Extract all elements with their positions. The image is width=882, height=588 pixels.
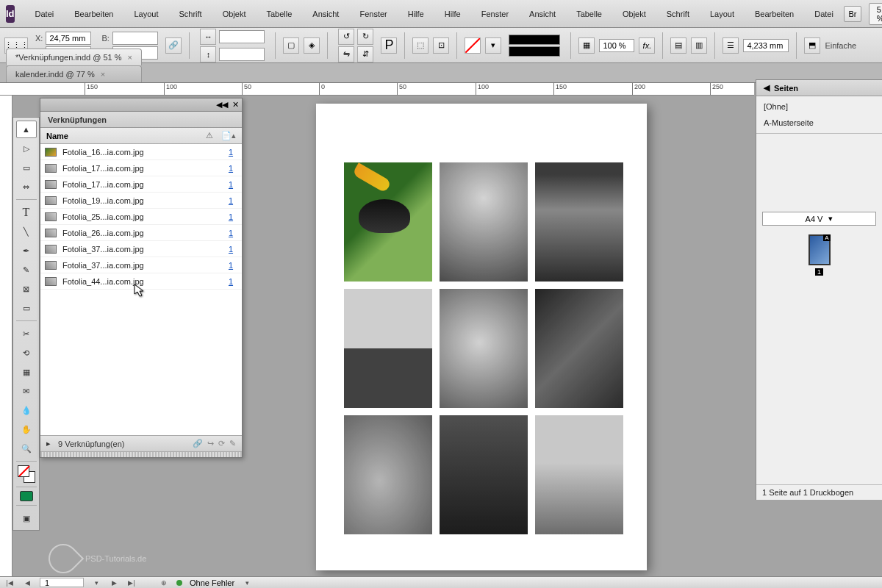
relink-icon[interactable]: 🔗 (193, 439, 203, 448)
text-wrap-1[interactable]: ▤ (670, 37, 686, 54)
link-row[interactable]: Fotolia_17...ia.com.jpg1 (40, 160, 242, 176)
zoom-tool[interactable]: 🔍 (16, 440, 37, 457)
placed-image[interactable] (535, 162, 623, 282)
stroke-weight-input[interactable]: 4,233 mm (743, 39, 789, 52)
links-list[interactable]: Fotolia_16...ia.com.jpg1Fotolia_17...ia.… (40, 144, 242, 435)
panel-tab[interactable]: Verknüpfungen (40, 112, 242, 128)
col-name-header[interactable]: Name (46, 132, 198, 140)
link-page[interactable]: 1 (224, 261, 237, 270)
master-none[interactable]: [Ohne] (764, 102, 875, 111)
placed-image[interactable] (344, 162, 432, 282)
opacity-input[interactable]: 100 % (599, 39, 634, 52)
bridge-button[interactable]: Br (844, 6, 861, 22)
menu-item-objekt[interactable]: Objekt (212, 5, 257, 23)
stroke-style[interactable] (509, 35, 560, 45)
menu-item-fenster[interactable]: Fenster (349, 5, 397, 23)
first-page-button[interactable]: |◀ (4, 578, 15, 587)
next-page-button[interactable]: ▶ (109, 578, 119, 587)
link-page[interactable]: 1 (224, 245, 237, 254)
free-transform-tool[interactable]: ⟲ (16, 344, 37, 362)
link-row[interactable]: Fotolia_26...ia.com.jpg1 (40, 225, 242, 241)
panel-header[interactable]: ◀◀✕ (40, 98, 242, 112)
page-tool[interactable]: ▭ (16, 159, 37, 176)
placed-image[interactable] (344, 415, 432, 534)
goto-link-icon[interactable]: ↪ (207, 439, 214, 448)
scale-x-input[interactable] (219, 30, 265, 43)
menu-item-schrift[interactable]: Schrift (656, 5, 700, 23)
flip-h-icon[interactable]: ⇋ (338, 46, 354, 62)
link-row[interactable]: Fotolia_25...ia.com.jpg1 (40, 209, 242, 225)
container-icon[interactable]: ▢ (283, 37, 299, 54)
fill-stroke-swatch[interactable] (18, 465, 35, 483)
preflight-status[interactable]: Ohne Fehler (190, 578, 234, 587)
rectangle-frame-tool[interactable]: ⊠ (16, 280, 37, 298)
placed-image[interactable] (440, 289, 528, 408)
zoom-level[interactable]: 51 %▾ (869, 3, 882, 25)
document-tab[interactable]: *Verknüpfungen.indd @ 51 %× (6, 49, 142, 65)
page-dropdown[interactable]: ▾ (91, 578, 101, 587)
page-thumbnail[interactable]: A (808, 234, 831, 265)
link-row[interactable]: Fotolia_16...ia.com.jpg1 (40, 144, 242, 160)
pen-tool[interactable]: ✒ (16, 242, 37, 259)
effects-icon[interactable]: fx. (639, 37, 655, 54)
direct-selection-tool[interactable]: ▷ (16, 140, 37, 157)
menu-item-bearbeiten[interactable]: Bearbeiten (64, 5, 123, 23)
corner-icon[interactable]: ⬒ (804, 37, 820, 54)
menu-item-hilfe[interactable]: Hilfe (434, 5, 471, 23)
collapse-icon[interactable]: ◀◀ (216, 100, 228, 110)
placed-image[interactable] (344, 289, 432, 408)
gap-tool[interactable]: ⇔ (16, 178, 37, 196)
pencil-tool[interactable]: ✎ (16, 261, 37, 279)
expand-icon[interactable]: ▸ (46, 439, 51, 448)
close-icon[interactable]: ✕ (232, 100, 239, 110)
link-page[interactable]: 1 (224, 212, 237, 221)
rotate-ccw-icon[interactable]: ↺ (338, 29, 354, 45)
menu-item-fenster[interactable]: Fenster (471, 5, 519, 23)
link-page[interactable]: 1 (224, 148, 237, 157)
link-page[interactable]: 1 (224, 164, 237, 173)
link-row[interactable]: Fotolia_37...ia.com.jpg1 (40, 257, 242, 273)
page-size-select[interactable]: A4 V▾ (762, 212, 876, 226)
w-input[interactable] (112, 32, 158, 45)
type-tool[interactable]: T (16, 204, 37, 221)
close-icon[interactable]: × (128, 53, 132, 62)
content-icon[interactable]: ◈ (304, 37, 320, 54)
col-page-header[interactable]: 📄▴ (221, 131, 236, 140)
link-row[interactable]: Fotolia_17...ia.com.jpg1 (40, 176, 242, 193)
prev-page-button[interactable]: ◀ (22, 578, 32, 587)
menu-item-layout[interactable]: Layout (700, 5, 745, 23)
menu-item-tabelle[interactable]: Tabelle (256, 5, 302, 23)
menu-item-layout[interactable]: Layout (123, 5, 168, 23)
menu-item-schrift[interactable]: Schrift (169, 5, 212, 23)
edit-original-icon[interactable]: ✎ (229, 439, 236, 448)
placed-image[interactable] (440, 415, 528, 534)
rectangle-tool[interactable]: ▭ (16, 299, 37, 317)
col-status-header[interactable]: ⚠ (202, 131, 217, 140)
apply-color[interactable] (20, 491, 33, 501)
page-field[interactable]: 1 (40, 578, 84, 587)
link-page[interactable]: 1 (224, 229, 237, 237)
document-page[interactable] (316, 104, 647, 570)
link-page[interactable]: 1 (224, 196, 237, 205)
char-panel-icon[interactable]: P (381, 37, 397, 54)
pages-tab[interactable]: ◀Seiten (756, 80, 882, 96)
menu-item-hilfe[interactable]: Hilfe (398, 5, 434, 23)
view-mode[interactable]: ▣ (16, 509, 37, 527)
last-page-button[interactable]: ▶| (126, 578, 137, 587)
link-row[interactable]: Fotolia_19...ia.com.jpg1 (40, 193, 242, 209)
collapse-icon[interactable]: ◀ (764, 83, 770, 93)
menu-item-objekt[interactable]: Objekt (612, 5, 656, 23)
scissors-tool[interactable]: ✂ (16, 325, 37, 343)
preflight-dropdown[interactable]: ▾ (242, 578, 252, 587)
menu-item-datei[interactable]: Datei (804, 5, 844, 23)
placed-image[interactable] (535, 415, 623, 534)
rotate-cw-icon[interactable]: ↻ (357, 29, 373, 45)
panel-resize-grip[interactable] (40, 451, 242, 457)
link-page[interactable]: 1 (224, 180, 237, 189)
hand-tool[interactable]: ✋ (16, 420, 37, 438)
scale-y-input[interactable] (219, 48, 265, 61)
open-icon[interactable]: ⊕ (159, 578, 169, 587)
note-tool[interactable]: ✉ (16, 382, 37, 400)
link-row[interactable]: Fotolia_44...ia.com.jpg1 (40, 273, 242, 290)
flip-v-icon[interactable]: ⇵ (357, 46, 373, 62)
